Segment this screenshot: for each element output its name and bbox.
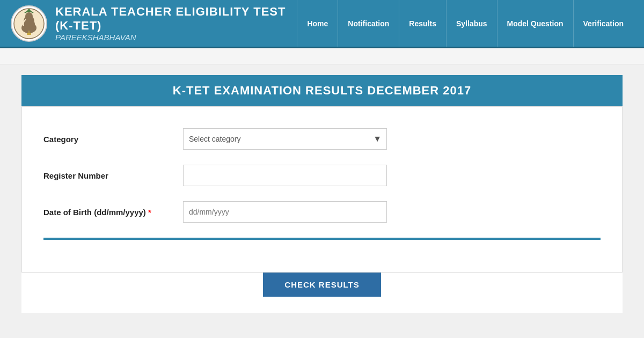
button-area: CHECK RESULTS	[21, 273, 623, 313]
register-number-input[interactable]	[183, 165, 387, 186]
required-marker: *	[148, 208, 151, 217]
page-title: K-TET EXAMINATION RESULTS DECEMBER 2017	[173, 84, 471, 97]
emblem-icon	[13, 8, 45, 40]
register-number-row: Register Number	[43, 165, 601, 186]
category-select[interactable]: Select category Category I Category II C…	[183, 128, 387, 150]
main-content: K-TET EXAMINATION RESULTS DECEMBER 2017 …	[0, 64, 644, 324]
nav-item-syllabus[interactable]: Syllabus	[446, 0, 497, 47]
logo	[11, 5, 47, 42]
register-number-label: Register Number	[43, 171, 183, 180]
category-select-wrapper: Select category Category I Category II C…	[183, 128, 387, 150]
content-wrapper: K-TET EXAMINATION RESULTS DECEMBER 2017 …	[21, 75, 623, 313]
category-row: Category Select category Category I Cate…	[43, 128, 601, 150]
nav-item-verification[interactable]: Verification	[573, 0, 633, 47]
category-label: Category	[43, 135, 183, 144]
site-title: KERALA TEACHER ELIGIBILITY TEST (K-TET) …	[55, 5, 297, 42]
site-title-main: KERALA TEACHER ELIGIBILITY TEST (K-TET)	[55, 5, 297, 33]
svg-point-4	[27, 9, 31, 12]
page-title-banner: K-TET EXAMINATION RESULTS DECEMBER 2017	[21, 75, 623, 106]
nav-item-home[interactable]: Home	[297, 0, 338, 47]
dob-label: Date of Birth (dd/mm/yyyy) *	[43, 208, 183, 217]
results-form-container: Category Select category Category I Cate…	[21, 106, 623, 273]
dob-row: Date of Birth (dd/mm/yyyy) *	[43, 201, 601, 223]
nav-item-model-question[interactable]: Model Question	[497, 0, 573, 47]
nav-item-notification[interactable]: Notification	[338, 0, 399, 47]
nav-item-results[interactable]: Results	[399, 0, 446, 47]
site-header: KERALA TEACHER ELIGIBILITY TEST (K-TET) …	[0, 0, 644, 48]
sub-header-bar	[0, 48, 644, 64]
brand-area: KERALA TEACHER ELIGIBILITY TEST (K-TET) …	[11, 5, 297, 42]
svg-rect-5	[27, 33, 31, 35]
dob-input[interactable]	[183, 201, 387, 223]
check-results-button[interactable]: CHECK RESULTS	[263, 273, 380, 297]
main-nav: Home Notification Results Syllabus Model…	[297, 0, 633, 47]
svg-point-3	[25, 12, 33, 20]
form-divider	[43, 238, 601, 240]
site-title-sub: PAREEKSHABHAVAN	[55, 33, 297, 42]
